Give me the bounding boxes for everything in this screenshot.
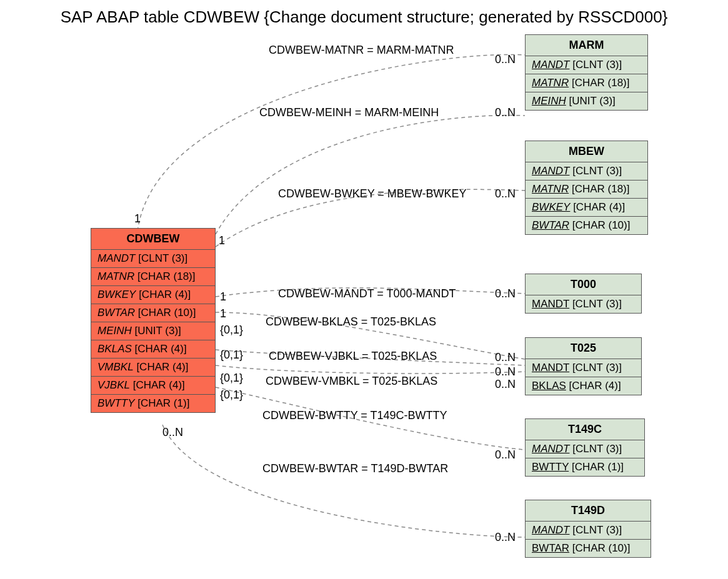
cardinality-label: 0..N <box>495 448 516 462</box>
entity-header: MARM <box>526 35 647 56</box>
relation-label: CDWBEW-BKLAS = T025-BKLAS <box>266 315 436 329</box>
relation-label: CDWBEW-BWKEY = MBEW-BWKEY <box>278 187 467 200</box>
cardinality-label: 0..N <box>495 287 516 300</box>
entity-header: T149D <box>526 500 651 522</box>
cardinality-label: 0..N <box>495 351 516 364</box>
cardinality-label: {0,1} <box>220 324 243 337</box>
relation-label: CDWBEW-MANDT = T000-MANDT <box>278 287 456 300</box>
entity-t149d: T149D MANDT [CLNT (3)] BWTAR [CHAR (10)] <box>525 500 651 558</box>
field-row: VJBKL [CHAR (4)] <box>91 377 215 395</box>
cardinality-label: 0..N <box>495 365 516 379</box>
field-row: BKLAS [CHAR (4)] <box>526 377 641 395</box>
cardinality-label: 0..N <box>162 426 183 439</box>
field-row: MATNR [CHAR (18)] <box>526 74 647 92</box>
relation-label: CDWBEW-BWTAR = T149D-BWTAR <box>262 462 448 475</box>
field-row: BWTAR [CHAR (10)] <box>526 217 647 234</box>
field-row: BWTAR [CHAR (10)] <box>526 540 651 557</box>
field-row: MANDT [CLNT (3)] <box>91 250 215 268</box>
field-row: BWTAR [CHAR (10)] <box>91 304 215 322</box>
entity-cdwbew: CDWBEW MANDT [CLNT (3)] MATNR [CHAR (18)… <box>91 228 216 413</box>
entity-header: T149C <box>526 419 644 440</box>
entity-mbew: MBEW MANDT [CLNT (3)] MATNR [CHAR (18)] … <box>525 141 648 235</box>
field-row: BWTTY [CHAR (1)] <box>91 395 215 412</box>
cardinality-label: 1 <box>220 307 226 320</box>
field-row: BKLAS [CHAR (4)] <box>91 340 215 359</box>
entity-header: T025 <box>526 338 641 359</box>
entity-header: T000 <box>526 274 641 295</box>
cardinality-label: 0..N <box>495 53 516 66</box>
field-row: MANDT [CLNT (3)] <box>526 295 641 313</box>
relation-label: CDWBEW-MATNR = MARM-MATNR <box>269 44 454 57</box>
field-row: MATNR [CHAR (18)] <box>91 268 215 286</box>
relation-label: CDWBEW-MEINH = MARM-MEINH <box>259 106 439 119</box>
cardinality-label: 0..N <box>495 187 516 200</box>
field-row: VMBKL [CHAR (4)] <box>91 359 215 377</box>
relation-label: CDWBEW-BWTTY = T149C-BWTTY <box>262 409 447 422</box>
field-row: BWKEY [CHAR (4)] <box>526 199 647 217</box>
cardinality-label: 0..N <box>495 106 516 119</box>
field-row: MEINH [UNIT (3)] <box>526 92 647 110</box>
field-row: MEINH [UNIT (3)] <box>91 322 215 340</box>
cardinality-label: 1 <box>134 212 141 225</box>
relation-label: CDWBEW-VJBKL = T025-BKLAS <box>269 350 437 363</box>
cardinality-label: {0,1} <box>220 349 243 362</box>
entity-t000: T000 MANDT [CLNT (3)] <box>525 274 642 314</box>
cardinality-label: {0,1} <box>220 372 243 385</box>
field-row: MANDT [CLNT (3)] <box>526 56 647 74</box>
cardinality-label: 0..N <box>495 531 516 544</box>
field-row: MANDT [CLNT (3)] <box>526 440 644 458</box>
field-row: BWKEY [CHAR (4)] <box>91 286 215 304</box>
cardinality-label: 0..N <box>495 378 516 391</box>
field-row: MATNR [CHAR (18)] <box>526 181 647 199</box>
entity-header: MBEW <box>526 141 647 162</box>
cardinality-label: {0,1} <box>220 388 243 402</box>
entity-marm: MARM MANDT [CLNT (3)] MATNR [CHAR (18)] … <box>525 34 648 111</box>
entity-header: CDWBEW <box>91 229 215 250</box>
field-row: MANDT [CLNT (3)] <box>526 522 651 540</box>
field-row: MANDT [CLNT (3)] <box>526 359 641 377</box>
field-row: BWTTY [CHAR (1)] <box>526 458 644 476</box>
entity-t025: T025 MANDT [CLNT (3)] BKLAS [CHAR (4)] <box>525 337 642 395</box>
entity-t149c: T149C MANDT [CLNT (3)] BWTTY [CHAR (1)] <box>525 418 645 477</box>
cardinality-label: 1 <box>220 290 226 304</box>
field-row: MANDT [CLNT (3)] <box>526 162 647 181</box>
diagram-canvas: SAP ABAP table CDWBEW {Change document s… <box>0 0 728 579</box>
cardinality-label: 1 <box>219 234 225 247</box>
relation-label: CDWBEW-VMBKL = T025-BKLAS <box>266 375 437 388</box>
